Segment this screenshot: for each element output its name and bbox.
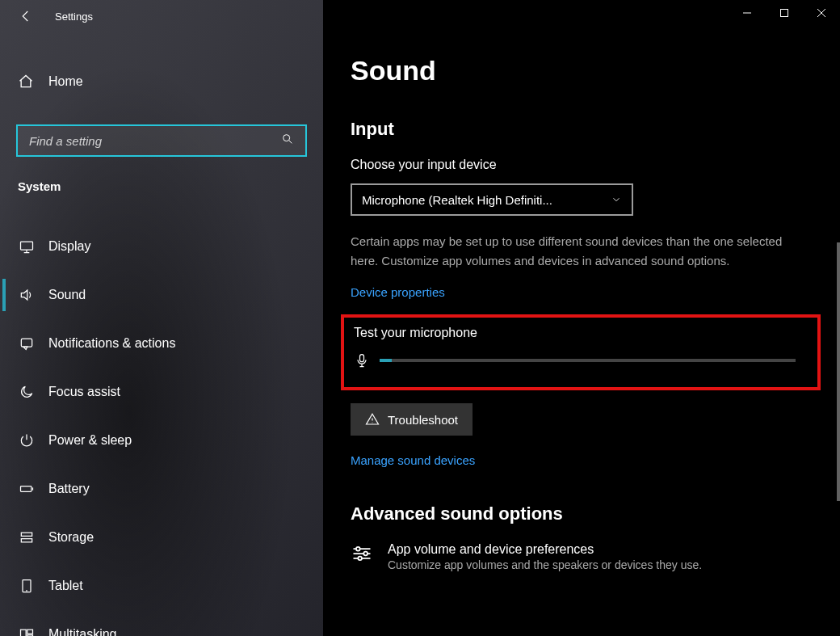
sidebar: Settings Home System Display Sound (0, 0, 323, 636)
mic-level-fill (380, 359, 392, 362)
sidebar-item-battery[interactable]: Battery (0, 465, 323, 513)
svg-rect-4 (21, 533, 32, 536)
sidebar-item-tablet[interactable]: Tablet (0, 562, 323, 610)
microphone-icon (354, 352, 370, 369)
chevron-down-icon (611, 194, 622, 205)
sidebar-section: System (0, 157, 323, 208)
minimize-button[interactable] (729, 0, 766, 26)
input-device-select[interactable]: Microphone (Realtek High Definiti... (351, 183, 633, 216)
multitasking-icon (18, 625, 36, 636)
svg-rect-7 (21, 630, 27, 636)
sidebar-item-power[interactable]: Power & sleep (0, 416, 323, 465)
main-panel: Sound Input Choose your input device Mic… (323, 0, 840, 636)
home-label: Home (48, 74, 83, 89)
svg-rect-10 (781, 10, 788, 17)
battery-icon (18, 480, 36, 498)
arrow-left-icon (19, 9, 33, 23)
close-button[interactable] (803, 0, 840, 26)
settings-window: Settings Home System Display Sound (0, 0, 840, 636)
nav-label: Multitasking (48, 627, 116, 636)
titlebar-left: Settings (0, 0, 323, 32)
sidebar-home[interactable]: Home (0, 61, 323, 102)
search-box[interactable] (16, 124, 307, 157)
nav-label: Tablet (48, 579, 83, 593)
svg-rect-1 (21, 242, 33, 250)
nav-label: Display (48, 239, 90, 254)
maximize-icon (779, 8, 789, 18)
tablet-icon (18, 577, 36, 595)
sidebar-item-sound[interactable]: Sound (0, 271, 323, 319)
nav-label: Power & sleep (48, 433, 132, 448)
power-icon (18, 432, 36, 449)
svg-rect-3 (21, 486, 32, 492)
svg-point-14 (358, 557, 362, 561)
svg-rect-11 (360, 355, 364, 362)
sidebar-item-multitasking[interactable]: Multitasking (0, 610, 323, 636)
sidebar-item-display[interactable]: Display (0, 222, 323, 271)
sidebar-item-storage[interactable]: Storage (0, 513, 323, 562)
warning-icon (365, 412, 380, 427)
page-heading: Sound (351, 55, 813, 86)
svg-rect-2 (21, 339, 32, 347)
app-volume-prefs[interactable]: App volume and device preferences Custom… (351, 542, 813, 571)
nav-label: Sound (48, 288, 86, 302)
home-icon (18, 74, 34, 90)
focus-assist-icon (18, 383, 36, 401)
notifications-icon (18, 335, 36, 352)
input-description: Certain apps may be set up to use differ… (351, 232, 811, 271)
troubleshoot-label: Troubleshoot (388, 413, 458, 427)
svg-rect-8 (27, 630, 33, 634)
maximize-button[interactable] (766, 0, 803, 26)
test-microphone-box: Test your microphone (341, 314, 821, 390)
search-icon (281, 133, 294, 149)
sound-icon (18, 286, 36, 304)
storage-icon (18, 529, 36, 546)
adv-item-title: App volume and device preferences (388, 542, 702, 557)
test-mic-label: Test your microphone (354, 326, 808, 340)
sliders-icon (351, 542, 373, 565)
sidebar-nav: Display Sound Notifications & actions Fo… (0, 222, 323, 636)
nav-label: Focus assist (48, 385, 120, 399)
window-title: Settings (55, 11, 93, 23)
svg-point-13 (363, 552, 368, 556)
svg-point-0 (284, 135, 290, 141)
nav-label: Notifications & actions (48, 336, 175, 351)
adv-item-desc: Customize app volumes and the speakers o… (388, 558, 702, 571)
back-button[interactable] (8, 3, 44, 29)
display-icon (18, 238, 36, 255)
choose-device-label: Choose your input device (351, 158, 813, 172)
sidebar-item-notifications[interactable]: Notifications & actions (0, 319, 323, 368)
window-controls (729, 0, 840, 26)
manage-sound-devices-link[interactable]: Manage sound devices (351, 453, 475, 467)
svg-rect-5 (21, 539, 32, 542)
content-area: Sound Input Choose your input device Mic… (323, 0, 840, 636)
mic-level-meter (380, 359, 796, 362)
mic-level-row (354, 352, 808, 369)
sidebar-item-focus[interactable]: Focus assist (0, 368, 323, 416)
device-properties-link[interactable]: Device properties (351, 285, 445, 299)
select-value: Microphone (Realtek High Definiti... (362, 193, 552, 207)
nav-label: Storage (48, 530, 94, 545)
advanced-heading: Advanced sound options (351, 503, 813, 524)
input-section-heading: Input (351, 119, 813, 140)
minimize-icon (742, 8, 752, 18)
svg-point-12 (356, 547, 360, 551)
scrollbar[interactable] (837, 242, 840, 501)
nav-label: Battery (48, 482, 90, 496)
search-input[interactable] (29, 134, 281, 148)
troubleshoot-button[interactable]: Troubleshoot (351, 403, 472, 436)
close-icon (817, 8, 826, 18)
